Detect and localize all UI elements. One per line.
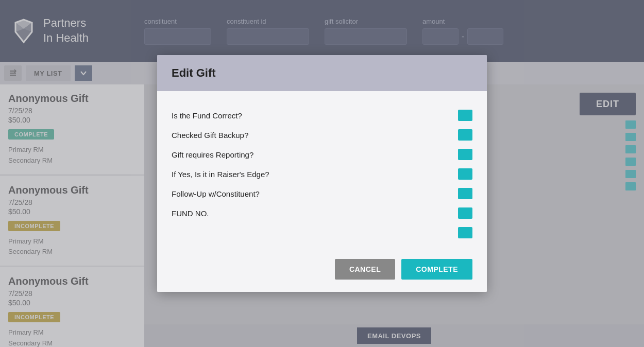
checklist-box-5[interactable]: [458, 188, 472, 199]
dialog-footer: CANCEL COMPLETE: [157, 251, 487, 292]
checklist-row-6: FUND NO.: [172, 203, 472, 223]
checklist-row-2: Checked Gift Backup?: [172, 125, 472, 145]
checklist-row-7: [172, 223, 472, 242]
checklist-box-6[interactable]: [458, 207, 472, 219]
edit-gift-dialog: Edit Gift Is the Fund Correct? Checked G…: [157, 55, 487, 292]
checklist-row-3: Gift requires Reporting?: [172, 145, 472, 164]
dialog-header: Edit Gift: [157, 55, 487, 91]
modal-overlay: Edit Gift Is the Fund Correct? Checked G…: [0, 0, 644, 347]
dialog-title: Edit Gift: [172, 66, 472, 80]
complete-button[interactable]: COMPLETE: [401, 259, 472, 280]
checklist-label-6: FUND NO.: [172, 209, 209, 218]
checklist-label-3: Gift requires Reporting?: [172, 150, 253, 159]
checklist-row-1: Is the Fund Correct?: [172, 106, 472, 125]
checklist-label-5: Follow-Up w/Constituent?: [172, 189, 260, 198]
cancel-button[interactable]: CANCEL: [335, 259, 395, 280]
checklist-label-4: If Yes, Is it in Raiser's Edge?: [172, 170, 269, 179]
dialog-body: Is the Fund Correct? Checked Gift Backup…: [157, 91, 487, 251]
checklist-label-1: Is the Fund Correct?: [172, 111, 242, 120]
checklist-row-5: Follow-Up w/Constituent?: [172, 184, 472, 203]
checklist-box-1[interactable]: [458, 110, 472, 121]
checklist-row-4: If Yes, Is it in Raiser's Edge?: [172, 164, 472, 184]
checklist-box-2[interactable]: [458, 129, 472, 141]
checklist-box-7[interactable]: [458, 227, 472, 238]
checklist-label-2: Checked Gift Backup?: [172, 131, 248, 140]
checklist-box-3[interactable]: [458, 149, 472, 160]
checklist-box-4[interactable]: [458, 168, 472, 180]
